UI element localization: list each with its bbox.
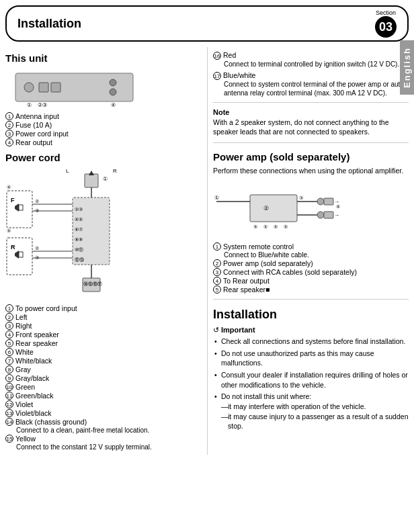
svg-text:③: ③ — [35, 208, 39, 213]
bullet-item: Do not install this unit where: it may i… — [213, 392, 409, 431]
list-item: 6White — [5, 348, 202, 356]
svg-text:⑭⑮⑯⑰: ⑭⑮⑯⑰ — [83, 281, 102, 286]
svg-point-4 — [110, 79, 116, 86]
svg-rect-18 — [19, 252, 23, 257]
svg-text:F: F — [11, 197, 15, 204]
list-item: 5Rear speaker — [5, 339, 202, 347]
main-content: This unit ① ②③ — [5, 47, 409, 455]
svg-text:①: ① — [214, 195, 219, 201]
svg-rect-51 — [324, 198, 333, 205]
list-item-sub: Connect to the constant 12 V supply term… — [5, 443, 202, 451]
note-label: Note — [213, 108, 409, 116]
this-unit-heading: This unit — [5, 52, 202, 64]
svg-text:②③: ②③ — [75, 207, 83, 212]
list-item: 4Rear output — [5, 138, 202, 146]
svg-text:②③: ②③ — [38, 102, 47, 108]
installation-bullets: Check all connections and systems before… — [213, 337, 409, 431]
svg-text:R: R — [11, 244, 15, 251]
left-column: This unit ① ②③ — [5, 47, 207, 455]
svg-text:②: ② — [263, 205, 269, 212]
right-column: 16 Red Connect to terminal controlled by… — [207, 47, 409, 455]
svg-text:⑩⑪: ⑩⑪ — [75, 247, 83, 252]
svg-text:②: ② — [35, 199, 39, 204]
list-item: 4To Rear output — [213, 277, 409, 285]
power-amp-section: Power amp (sold separately) Perform thes… — [213, 142, 409, 294]
svg-text:→: → — [334, 212, 339, 218]
bullet-item: Consult your dealer if installation requ… — [213, 370, 409, 390]
list-item-sub: Connect to a clean, paint-free metal loc… — [5, 427, 202, 434]
svg-text:②: ② — [35, 246, 39, 251]
power-amp-heading: Power amp (sold separately) — [213, 151, 409, 163]
section-label: Section — [376, 9, 396, 16]
svg-text:⑫⑬: ⑫⑬ — [75, 257, 84, 262]
list-item: 2Power amp (sold separately) — [213, 259, 409, 267]
svg-rect-3 — [51, 83, 60, 92]
note-text: With a 2 speaker system, do not connect … — [213, 118, 409, 137]
svg-text:⑤: ⑤ — [284, 224, 288, 229]
svg-text:⑧⑨: ⑧⑨ — [75, 237, 83, 242]
header-title: Installation — [17, 17, 81, 31]
svg-text:④: ④ — [336, 204, 340, 209]
important-icon: ↺ — [213, 326, 219, 335]
svg-text:④: ④ — [7, 185, 11, 189]
list-item: 3Power cord input — [5, 130, 202, 138]
svg-text:①: ① — [27, 102, 32, 108]
list-item: 10Green — [5, 383, 202, 391]
list-item-sub: Connect to Blue/white cable. — [213, 251, 409, 259]
list-item: 1To power cord input — [5, 304, 202, 312]
power-cord-heading: Power cord — [5, 152, 202, 163]
important-box: ↺ Important — [213, 326, 409, 335]
list-item: 13Violet/black — [5, 409, 202, 417]
svg-rect-2 — [39, 83, 48, 92]
item16-sub: Connect to terminal controlled by igniti… — [224, 60, 409, 69]
svg-text:⑤: ⑤ — [274, 224, 278, 229]
svg-marker-11 — [15, 204, 19, 212]
list-item: 3Connect with RCA cables (sold separatel… — [213, 268, 409, 276]
svg-text:③: ③ — [35, 255, 39, 260]
section-number: 03 — [375, 16, 397, 38]
list-item: 1System remote control — [213, 242, 409, 251]
power-cord-diagram: F R ① — [5, 167, 187, 302]
header: Installation Section 03 — [5, 5, 409, 42]
item17-sub: Connect to system control terminal of th… — [224, 80, 409, 98]
list-item: 4Front speaker — [5, 330, 202, 339]
power-cord-section: Power cord F R — [5, 152, 202, 451]
list-item: 8Gray — [5, 365, 202, 373]
svg-text:L: L — [66, 168, 69, 174]
list-item: 1Antenna input — [5, 112, 202, 120]
list-item: 3Right — [5, 322, 202, 330]
svg-text:⑤: ⑤ — [7, 228, 11, 233]
svg-text:⑥⑦: ⑥⑦ — [75, 227, 83, 232]
power-amp-list: 1System remote control Connect to Blue/w… — [213, 242, 409, 294]
installation-heading: Installation — [213, 308, 409, 322]
svg-text:③: ③ — [299, 195, 303, 200]
section-box: Section 03 — [375, 9, 397, 38]
note-section: Note With a 2 speaker system, do not con… — [213, 102, 409, 137]
svg-rect-12 — [19, 205, 23, 210]
list-item: 14Black (chassis ground) — [5, 418, 202, 426]
bullet-item: Do not use unauthorized parts as this ma… — [213, 349, 409, 368]
list-item: 11Green/black — [5, 392, 202, 400]
this-unit-diagram: ① ②③ ④ — [5, 68, 147, 108]
svg-text:④: ④ — [111, 102, 116, 108]
list-item: 12Violet — [5, 400, 202, 408]
svg-text:⑤: ⑤ — [253, 224, 257, 229]
svg-text:⑤: ⑤ — [263, 224, 267, 229]
item17-section: 17 Blue/white Connect to system control … — [213, 71, 409, 98]
svg-rect-52 — [324, 212, 333, 218]
svg-marker-17 — [15, 251, 19, 259]
item17-label: Blue/white — [223, 71, 255, 79]
this-unit-section: This unit ① ②③ — [5, 52, 202, 146]
svg-point-48 — [317, 198, 324, 205]
important-label: Important — [221, 326, 255, 334]
item16-section: 16 Red Connect to terminal controlled by… — [213, 51, 409, 69]
english-side-label: English — [400, 40, 414, 95]
bullet-item: Check all connections and systems before… — [213, 337, 409, 347]
list-item: 15Yellow — [5, 435, 202, 443]
list-item: 9Gray/black — [5, 374, 202, 382]
installation-section: Installation ↺ Important Check all conne… — [213, 299, 409, 431]
svg-text:④⑤: ④⑤ — [75, 217, 83, 222]
svg-marker-27 — [89, 171, 94, 175]
svg-text:R: R — [113, 168, 117, 174]
svg-text:①: ① — [103, 176, 108, 182]
